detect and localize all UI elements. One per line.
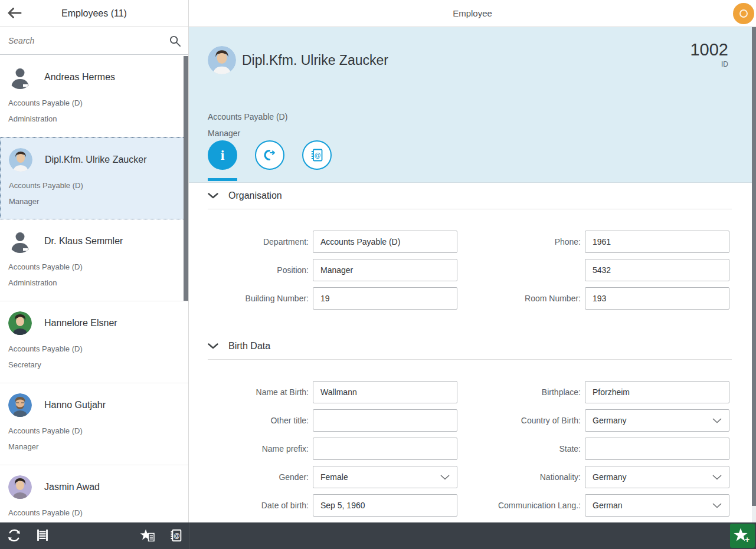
employee-department: Accounts Payable (D) xyxy=(8,344,180,353)
birthplace-input[interactable] xyxy=(585,381,729,403)
list-item-ulrike-zaucker[interactable]: Dipl.Kfm. Ulrike Zaucker Accounts Payabl… xyxy=(0,137,188,219)
profile-role: Manager xyxy=(208,129,240,138)
phone-input[interactable] xyxy=(585,231,729,253)
profile-photo xyxy=(208,46,236,74)
phone-label: Phone: xyxy=(480,237,585,246)
svg-text:+: + xyxy=(745,535,750,544)
employee-name: Hanno Gutjahr xyxy=(44,400,106,410)
position-label: Position: xyxy=(208,265,313,275)
collapse-chevron-icon xyxy=(208,343,218,349)
search-bar xyxy=(0,27,188,55)
person-placeholder-icon xyxy=(8,65,32,89)
main-scrollbar-thumb[interactable] xyxy=(752,27,756,506)
add-favorite-star-icon: + xyxy=(734,527,751,544)
chevron-down-icon xyxy=(712,503,722,508)
department-label: Department: xyxy=(208,237,313,246)
employee-department: Accounts Payable (D) xyxy=(8,426,180,435)
list-item-hannelore-elsner[interactable]: Hannelore Elsner Accounts Payable (D) Se… xyxy=(0,301,188,383)
gender-select[interactable]: Female xyxy=(313,466,457,488)
country-of-birth-select[interactable]: Germany xyxy=(585,409,729,432)
employee-name: Dr. Klaus Semmler xyxy=(44,236,123,246)
contacts-book-button[interactable]: @ xyxy=(168,528,184,544)
list-icon xyxy=(34,528,51,543)
add-favorite-button[interactable]: + xyxy=(730,524,755,548)
list-item-hanno-gutjahr[interactable]: Hanno Gutjahr Accounts Payable (D) Manag… xyxy=(0,383,188,465)
icon-tab-bar: i @ xyxy=(208,140,332,170)
employee-role: Manager xyxy=(9,197,179,206)
employee-photo xyxy=(8,393,32,417)
department-input[interactable] xyxy=(313,231,457,253)
footer-toolbar: @ + xyxy=(0,522,756,549)
main-scrollbar-track[interactable] xyxy=(752,27,756,522)
communication-lang-label: Communication Lang.: xyxy=(480,501,585,510)
section-title: Birth Data xyxy=(228,341,270,351)
room-number-input[interactable] xyxy=(585,287,729,310)
employee-list: Andreas Hermes Accounts Payable (D) Admi… xyxy=(0,55,188,522)
toolbar-divider xyxy=(189,522,189,549)
name-at-birth-label: Name at Birth: xyxy=(208,387,313,397)
section-title: Organisation xyxy=(228,190,282,201)
state-input[interactable] xyxy=(585,438,729,460)
building-number-label: Building Number: xyxy=(208,294,313,303)
other-title-label: Other title: xyxy=(208,416,313,425)
tab-phone[interactable] xyxy=(255,140,284,170)
app-header: Employee xyxy=(189,0,756,27)
organisation-form: Department: Position: Building Number: P… xyxy=(208,231,732,315)
employee-id-value: 1002 xyxy=(690,40,728,60)
nationality-select[interactable]: Germany xyxy=(585,466,729,488)
employee-name: Hannelore Elsner xyxy=(44,318,117,328)
sidebar-scrollbar[interactable] xyxy=(184,56,188,301)
tab-info[interactable]: i xyxy=(208,140,237,170)
name-at-birth-input[interactable] xyxy=(313,381,457,403)
gender-label: Gender: xyxy=(208,472,313,482)
employee-id-block: 1002 ID xyxy=(690,40,728,68)
search-input[interactable] xyxy=(8,36,180,45)
country-of-birth-label: Country of Birth: xyxy=(480,416,585,425)
user-circle-icon xyxy=(739,9,748,18)
user-avatar-button[interactable] xyxy=(733,3,754,24)
employee-department: Accounts Payable (D) xyxy=(8,262,180,271)
profile-name: Dipl.Kfm. Ulrike Zaucker xyxy=(242,46,388,74)
favorite-list-icon xyxy=(140,528,156,543)
refresh-button[interactable] xyxy=(6,528,22,544)
birthplace-label: Birthplace: xyxy=(480,387,585,397)
list-item-jasmin-awad[interactable]: Jasmin Awad Accounts Payable (D) xyxy=(0,465,188,522)
tab-contacts[interactable]: @ xyxy=(302,140,332,170)
list-item-klaus-semmler[interactable]: Dr. Klaus Semmler Accounts Payable (D) A… xyxy=(0,219,188,301)
position-input[interactable] xyxy=(313,259,457,281)
favorite-list-button[interactable] xyxy=(139,528,156,544)
phone2-input[interactable] xyxy=(585,259,729,281)
chevron-down-icon xyxy=(712,475,722,480)
collapse-chevron-icon xyxy=(208,193,218,199)
employee-name: Andreas Hermes xyxy=(44,72,115,83)
chevron-down-icon xyxy=(712,418,722,423)
employee-photo xyxy=(8,311,32,335)
profile-department: Accounts Payable (D) xyxy=(208,112,287,121)
svg-text:@: @ xyxy=(315,152,321,159)
employee-role: Administration xyxy=(8,114,180,123)
communication-lang-select[interactable]: German xyxy=(585,494,729,517)
employee-role: Secretary xyxy=(8,360,180,369)
chevron-down-icon xyxy=(440,475,450,480)
contacts-book-icon: @ xyxy=(309,147,325,163)
employee-photo xyxy=(9,148,32,172)
svg-text:@: @ xyxy=(174,532,179,539)
employee-id-label: ID xyxy=(690,60,728,68)
section-birth-data-header[interactable]: Birth Data xyxy=(208,333,732,360)
section-organisation-header[interactable]: Organisation xyxy=(208,183,732,209)
show-list-button[interactable] xyxy=(34,528,51,544)
refresh-icon xyxy=(6,528,22,543)
sidebar-title: Employees (11) xyxy=(0,8,188,19)
other-title-input[interactable] xyxy=(313,409,457,432)
date-of-birth-label: Date of birth: xyxy=(208,501,313,510)
name-prefix-input[interactable] xyxy=(313,438,457,460)
search-icon[interactable] xyxy=(169,35,181,50)
employee-name: Dipl.Kfm. Ulrike Zaucker xyxy=(45,154,146,165)
list-item-andreas-hermes[interactable]: Andreas Hermes Accounts Payable (D) Admi… xyxy=(0,55,188,137)
date-of-birth-input[interactable] xyxy=(313,494,457,517)
back-button[interactable] xyxy=(7,7,22,20)
state-label: State: xyxy=(480,444,585,453)
building-number-input[interactable] xyxy=(313,287,457,310)
employee-profile-header: Dipl.Kfm. Ulrike Zaucker Accounts Payabl… xyxy=(189,27,752,183)
employee-name: Jasmin Awad xyxy=(44,482,100,492)
